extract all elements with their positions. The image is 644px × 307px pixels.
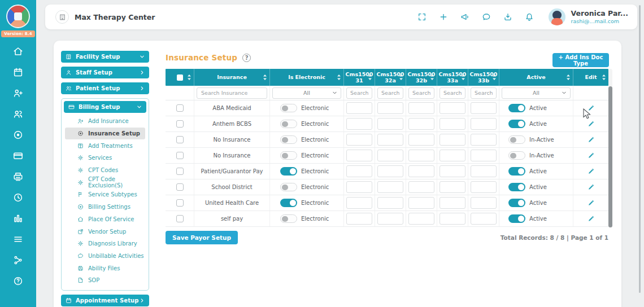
- edit-row-button[interactable]: [588, 215, 595, 222]
- column-header-cms1500-33b[interactable]: Cms150033b: [468, 69, 499, 86]
- column-header-edit[interactable]: Edit: [573, 69, 608, 86]
- sidebar-item-home[interactable]: [13, 46, 23, 56]
- cms-33b-input[interactable]: [471, 102, 497, 114]
- sidebar-item-fax[interactable]: [13, 172, 23, 182]
- active-toggle[interactable]: [508, 214, 525, 223]
- header-action-plus[interactable]: [439, 12, 448, 21]
- sidebar-item-calendar[interactable]: [13, 67, 23, 77]
- cms-33a-input[interactable]: [440, 134, 465, 146]
- cms-31-filter-input[interactable]: [346, 87, 372, 99]
- cms-33a-input[interactable]: [440, 181, 465, 193]
- edit-row-button[interactable]: [588, 120, 595, 128]
- edit-row-button[interactable]: [588, 183, 595, 191]
- cms-31-input[interactable]: [346, 102, 372, 114]
- electronic-toggle[interactable]: [280, 120, 297, 128]
- header-action-chat[interactable]: [482, 12, 491, 21]
- cms-31-input[interactable]: [346, 150, 372, 161]
- nav-item-insurance-setup[interactable]: Insurance Setup: [65, 128, 145, 140]
- select-all-checkbox[interactable]: [177, 74, 183, 81]
- cms-31-input[interactable]: [346, 165, 372, 177]
- sidebar-item-share[interactable]: [13, 255, 23, 265]
- electronic-toggle[interactable]: [280, 214, 297, 223]
- header-action-download[interactable]: [503, 12, 512, 21]
- cms-33a-input[interactable]: [440, 213, 465, 225]
- nav-group-billing-setup[interactable]: Billing Setup: [64, 101, 146, 113]
- page-scrollbar[interactable]: [639, 5, 641, 293]
- cms-32b-input[interactable]: [408, 118, 434, 130]
- row-checkbox[interactable]: [176, 215, 184, 222]
- active-toggle[interactable]: [508, 135, 525, 144]
- sidebar-item-help[interactable]: [13, 276, 23, 286]
- sort-icon[interactable]: [566, 74, 571, 80]
- nav-item-vendor-setup[interactable]: Vendor Setup: [65, 225, 145, 238]
- cms-32a-filter-input[interactable]: [377, 87, 403, 99]
- nav-item-diagnosis-library[interactable]: Diagnosis Library: [65, 238, 145, 250]
- cms-33b-input[interactable]: [471, 181, 497, 193]
- column-header-cms1500-33a[interactable]: Cms150033a: [437, 69, 468, 86]
- column-header-is-electronic[interactable]: Is Electronic: [269, 69, 343, 86]
- cms-31-input[interactable]: [346, 181, 372, 193]
- row-checkbox[interactable]: [176, 183, 184, 191]
- electronic-toggle[interactable]: [280, 167, 297, 176]
- sort-icon[interactable]: [187, 74, 192, 80]
- sort-icon[interactable]: [461, 74, 465, 80]
- active-toggle[interactable]: [508, 151, 525, 160]
- edit-row-button[interactable]: [588, 152, 595, 159]
- cms-32b-input[interactable]: [408, 165, 434, 177]
- save-payor-setup-button[interactable]: Save Payor Setup: [166, 231, 238, 244]
- search-insurance-input[interactable]: [197, 87, 267, 99]
- cms-32b-input[interactable]: [408, 213, 434, 225]
- cms-33a-input[interactable]: [440, 165, 465, 177]
- electronic-toggle[interactable]: [280, 135, 297, 144]
- row-checkbox[interactable]: [176, 104, 184, 112]
- cms-31-input[interactable]: [346, 118, 372, 130]
- nav-item-cpt-code-exclusion-s-[interactable]: CPT Code Exclusion(S): [65, 176, 145, 188]
- cms-31-input[interactable]: [346, 134, 372, 146]
- sort-icon[interactable]: [602, 74, 606, 80]
- nav-item-ability-files[interactable]: Ability Files: [65, 262, 145, 274]
- cms-33b-input[interactable]: [471, 213, 497, 225]
- cms-32a-input[interactable]: [377, 181, 403, 193]
- nav-group-staff-setup[interactable]: Staff Setup: [61, 67, 149, 78]
- sidebar-item-user-plus[interactable]: [13, 88, 23, 98]
- sort-icon[interactable]: [399, 74, 403, 80]
- active-toggle[interactable]: [508, 199, 525, 207]
- nav-item-cpt-codes[interactable]: CPT Codes: [65, 164, 145, 177]
- cms-32a-input[interactable]: [377, 213, 403, 225]
- nav-item-billing-settings[interactable]: Billing Settings: [65, 201, 145, 213]
- sidebar-item-chart[interactable]: [13, 213, 23, 223]
- cms-33a-input[interactable]: [440, 102, 465, 114]
- nav-group-patient-setup[interactable]: Patient Setup: [61, 82, 149, 94]
- cms-33b-input[interactable]: [471, 165, 497, 177]
- header-action-announcement[interactable]: [460, 12, 469, 21]
- help-icon[interactable]: ?: [242, 54, 251, 62]
- edit-row-button[interactable]: [588, 136, 595, 143]
- active-toggle[interactable]: [508, 183, 525, 191]
- cms-32b-input[interactable]: [408, 197, 434, 209]
- active-toggle[interactable]: [508, 167, 525, 176]
- header-action-bell[interactable]: [525, 12, 534, 21]
- column-header-active[interactable]: Active: [499, 69, 573, 86]
- cms-32b-input[interactable]: [408, 102, 434, 114]
- cms-33b-filter-input[interactable]: [471, 87, 497, 99]
- cms-33a-input[interactable]: [440, 197, 465, 209]
- active-toggle[interactable]: [508, 104, 525, 112]
- add-ins-doc-type-button[interactable]: + Add Ins Doc Type: [552, 53, 609, 67]
- edit-row-button[interactable]: [588, 168, 595, 175]
- nav-group-appointment-setup[interactable]: Appointment Setup: [61, 295, 149, 306]
- edit-row-button[interactable]: [588, 104, 595, 112]
- active-toggle[interactable]: [508, 120, 525, 128]
- column-header-select-all[interactable]: [166, 69, 194, 86]
- row-checkbox[interactable]: [176, 120, 184, 128]
- nav-item-sop[interactable]: SOP: [65, 274, 145, 287]
- cms-33a-input[interactable]: [440, 150, 465, 161]
- row-checkbox[interactable]: [176, 199, 184, 207]
- electronic-toggle[interactable]: [280, 104, 297, 112]
- cms-32a-input[interactable]: [377, 150, 403, 161]
- cms-32b-input[interactable]: [408, 181, 434, 193]
- row-checkbox[interactable]: [176, 168, 184, 175]
- cms-33b-input[interactable]: [471, 134, 497, 146]
- electronic-toggle[interactable]: [280, 183, 297, 191]
- cms-33a-filter-input[interactable]: [440, 87, 465, 99]
- nav-item-unbillable-activities[interactable]: Unbillable Activities: [65, 250, 145, 262]
